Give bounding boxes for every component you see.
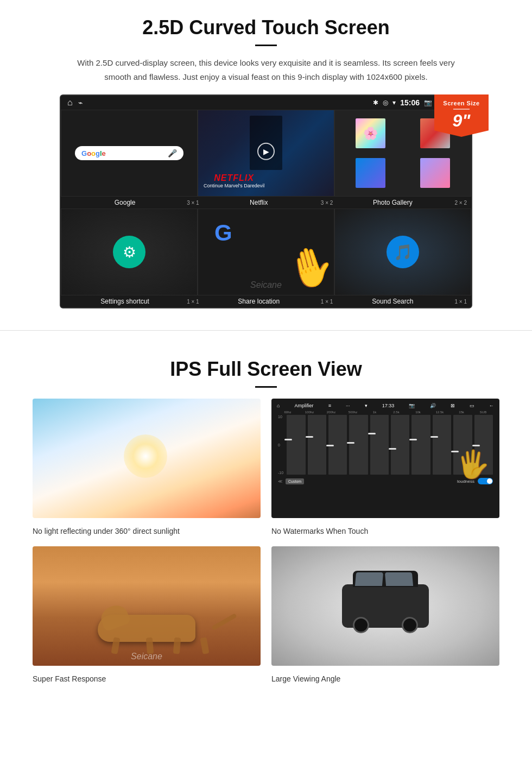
amp-slider-1[interactable] bbox=[287, 415, 305, 475]
amp-handle-1 bbox=[284, 439, 292, 440]
section2-title-divider bbox=[255, 386, 277, 388]
feature-caption-3: Super Fast Response bbox=[33, 674, 261, 683]
device-watermark: Seicane bbox=[250, 280, 282, 290]
badge-size: 9" bbox=[439, 112, 484, 129]
feature-fast-response: Seicane Super Fast Response bbox=[33, 546, 261, 683]
feature-no-watermarks: ⌂ Amplifier ≡ ··· ▾ 17:33 📷 🔊 ⊠ ▭ ← bbox=[271, 399, 499, 535]
feature-large-angle: Large Viewing Angle bbox=[271, 546, 499, 683]
settings-size: 1 × 1 bbox=[187, 299, 199, 305]
share-size: 1 × 1 bbox=[321, 299, 333, 305]
amp-handle-7 bbox=[409, 439, 417, 440]
amp-prev-icon: ≪ bbox=[278, 479, 282, 484]
netflix-info: NETFLIX Continue Marvel's Daredevil bbox=[204, 173, 264, 188]
cheetah-watermark: Seicane bbox=[131, 652, 162, 661]
amp-slider-5[interactable] bbox=[370, 415, 389, 475]
device-wrapper: Screen Size 9" ⌂ ⌁ ✱ ◎ ▾ 15:06 📷 🔊 ⊠ bbox=[54, 94, 478, 308]
gallery-photo-blue bbox=[356, 158, 385, 188]
amp-handle-4 bbox=[347, 442, 354, 444]
labels-row1: Google 3 × 1 Netflix 3 × 2 Photo Gallery… bbox=[61, 197, 471, 209]
car-body bbox=[342, 584, 429, 628]
amp-slider-8[interactable] bbox=[433, 415, 451, 475]
feature-image-sky bbox=[33, 399, 261, 518]
amp-slider-7[interactable] bbox=[411, 415, 430, 475]
netflix-subtitle: Continue Marvel's Daredevil bbox=[204, 183, 264, 188]
status-time: 15:06 bbox=[400, 98, 420, 107]
google-mic-icon[interactable]: 🎤 bbox=[168, 149, 177, 157]
feature-no-reflection: No light reflecting under 360° direct su… bbox=[33, 399, 261, 535]
labels-row2: Settings shortcut 1 × 1 Share location 1… bbox=[61, 295, 471, 307]
cheetah-visual: Seicane bbox=[33, 546, 261, 666]
section-divider-line bbox=[0, 330, 532, 331]
amp-slider-3[interactable] bbox=[328, 415, 347, 475]
amp-dots: ··· bbox=[346, 403, 350, 408]
google-size: 3 × 1 bbox=[187, 200, 199, 206]
sound-search-cell[interactable]: 🎵 bbox=[334, 209, 471, 295]
cheetah-leg3 bbox=[173, 638, 181, 654]
netflix-app-cell[interactable]: ▶ NETFLIX Continue Marvel's Daredevil bbox=[198, 110, 334, 197]
share-label: Share location bbox=[199, 298, 319, 305]
google-label: Google bbox=[65, 199, 185, 206]
usb-icon: ⌁ bbox=[78, 98, 83, 107]
music-icon: 🎵 bbox=[387, 236, 419, 268]
car-container bbox=[342, 584, 429, 628]
amp-loudness-toggle[interactable] bbox=[478, 478, 493, 484]
cheetah-tail bbox=[211, 613, 237, 630]
amp-eq-bars: 100-10 bbox=[276, 415, 495, 475]
amp-x: ⊠ bbox=[451, 403, 455, 408]
gallery-photo-flower: 🌸 bbox=[356, 118, 385, 148]
netflix-logo: NETFLIX bbox=[204, 173, 264, 183]
feature-grid: No light reflecting under 360° direct su… bbox=[33, 399, 499, 683]
amp-custom-btn[interactable]: Custom bbox=[286, 478, 304, 484]
amp-slider-6[interactable] bbox=[391, 415, 409, 475]
amp-handle-3 bbox=[326, 445, 334, 446]
sky-visual bbox=[33, 399, 261, 518]
car-wheel-rear bbox=[402, 617, 418, 633]
settings-icon: ⚙ bbox=[113, 236, 145, 268]
section1-title: 2.5D Curved Touch Screen bbox=[33, 16, 499, 39]
section2-title: IPS Full Screen View bbox=[33, 358, 499, 381]
sun-glow bbox=[124, 434, 167, 478]
status-left: ⌂ ⌁ bbox=[67, 98, 83, 108]
amp-handle-8 bbox=[430, 436, 438, 438]
section-curved: 2.5D Curved Touch Screen With 2.5D curve… bbox=[0, 0, 532, 319]
section1-title-divider bbox=[255, 45, 277, 46]
car-windshield bbox=[355, 572, 383, 586]
netflix-label: Netflix bbox=[199, 199, 319, 206]
amp-back: ← bbox=[489, 403, 494, 408]
section1-description: With 2.5D curved-display screen, this de… bbox=[76, 56, 456, 84]
car-window-rear bbox=[385, 572, 413, 586]
amplifier-header: ⌂ Amplifier ≡ ··· ▾ 17:33 📷 🔊 ⊠ ▭ ← bbox=[276, 403, 495, 408]
amp-toggle-knob bbox=[487, 478, 492, 484]
app-grid-row2: ⚙ G 🤚 🎵 Seicane bbox=[61, 209, 471, 295]
feature-image-cheetah: Seicane bbox=[33, 546, 261, 666]
amp-slider-4[interactable] bbox=[349, 415, 368, 475]
amp-home-icon: ⌂ bbox=[277, 403, 280, 408]
feature-caption-4: Large Viewing Angle bbox=[271, 674, 499, 683]
amp-win: ▭ bbox=[470, 403, 474, 408]
amp-wifi: ▾ bbox=[365, 403, 368, 408]
badge-divider bbox=[453, 109, 470, 110]
sound-size: 1 × 1 bbox=[454, 299, 467, 305]
sound-label: Sound Search bbox=[333, 298, 452, 305]
home-icon[interactable]: ⌂ bbox=[67, 98, 73, 108]
badge-label: Screen Size bbox=[439, 100, 484, 106]
google-logo: Google bbox=[81, 149, 106, 157]
amplifier-visual: ⌂ Amplifier ≡ ··· ▾ 17:33 📷 🔊 ⊠ ▭ ← bbox=[271, 399, 499, 518]
settings-app-cell[interactable]: ⚙ bbox=[61, 209, 198, 295]
feature-image-car bbox=[271, 546, 499, 666]
google-app-cell[interactable]: Google 🎤 bbox=[61, 110, 198, 197]
cheetah-leg4 bbox=[200, 637, 209, 654]
amp-eq-icon: ≡ bbox=[328, 403, 331, 408]
amp-scale: 100-10 bbox=[278, 415, 284, 475]
location-icon: ◎ bbox=[383, 99, 388, 106]
amp-freq-labels: 60hz 100hz 200hz 500hz 1k 2.5k 10k 12.5k… bbox=[276, 411, 495, 414]
amp-time: 17:33 bbox=[382, 403, 395, 408]
amp-slider-2[interactable] bbox=[308, 415, 326, 475]
feature-caption-1: No light reflecting under 360° direct su… bbox=[33, 527, 261, 535]
car-wheel-front bbox=[353, 617, 369, 633]
netflix-play-button[interactable]: ▶ bbox=[257, 143, 275, 160]
amp-handle-10 bbox=[472, 445, 480, 446]
camera-icon: 📷 bbox=[424, 99, 432, 106]
google-search-bar[interactable]: Google 🎤 bbox=[75, 146, 183, 160]
status-bar: ⌂ ⌁ ✱ ◎ ▾ 15:06 📷 🔊 ⊠ ▭ bbox=[61, 96, 471, 110]
